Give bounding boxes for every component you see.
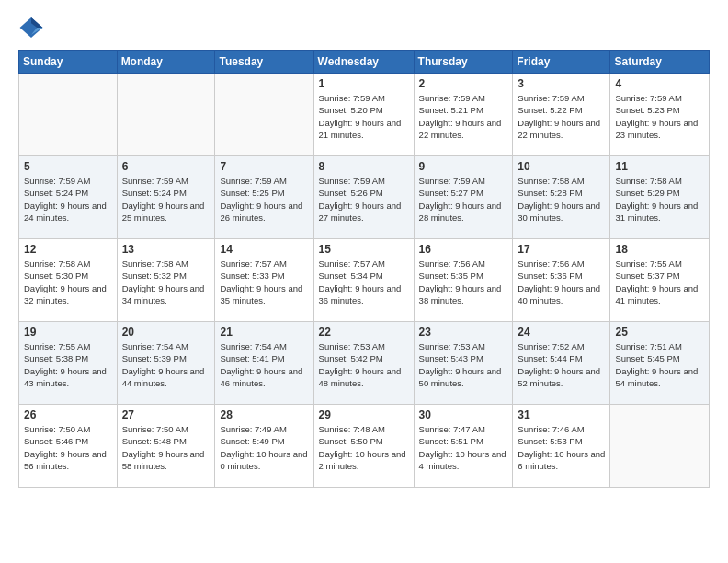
day-info: Sunrise: 7:53 AM Sunset: 5:43 PM Dayligh…: [419, 340, 508, 389]
column-header-sunday: Sunday: [19, 51, 118, 74]
day-cell: [117, 74, 215, 156]
day-number: 30: [419, 408, 508, 421]
column-header-tuesday: Tuesday: [215, 51, 313, 74]
day-number: 28: [220, 408, 308, 421]
day-number: 10: [518, 160, 605, 173]
day-number: 25: [615, 326, 704, 339]
day-number: 12: [24, 243, 112, 256]
day-number: 6: [122, 160, 210, 173]
column-header-thursday: Thursday: [414, 51, 513, 74]
day-cell: 22Sunrise: 7:53 AM Sunset: 5:42 PM Dayli…: [313, 322, 414, 405]
week-row-4: 19Sunrise: 7:55 AM Sunset: 5:38 PM Dayli…: [19, 322, 710, 405]
day-info: Sunrise: 7:50 AM Sunset: 5:46 PM Dayligh…: [24, 423, 112, 472]
day-cell: 12Sunrise: 7:58 AM Sunset: 5:30 PM Dayli…: [19, 239, 118, 322]
day-info: Sunrise: 7:48 AM Sunset: 5:50 PM Dayligh…: [319, 423, 409, 472]
day-number: 26: [24, 408, 112, 421]
day-cell: 17Sunrise: 7:56 AM Sunset: 5:36 PM Dayli…: [513, 239, 610, 322]
week-row-5: 26Sunrise: 7:50 AM Sunset: 5:46 PM Dayli…: [19, 405, 710, 488]
day-number: 8: [319, 160, 409, 173]
logo-icon: [18, 15, 44, 40]
day-info: Sunrise: 7:59 AM Sunset: 5:20 PM Dayligh…: [319, 92, 409, 141]
day-number: 11: [615, 160, 704, 173]
column-header-saturday: Saturday: [610, 51, 710, 74]
day-number: 4: [615, 77, 704, 90]
day-number: 7: [220, 160, 308, 173]
day-cell: [610, 405, 710, 488]
day-info: Sunrise: 7:49 AM Sunset: 5:49 PM Dayligh…: [220, 423, 308, 472]
day-cell: 10Sunrise: 7:58 AM Sunset: 5:28 PM Dayli…: [513, 156, 610, 239]
day-cell: 27Sunrise: 7:50 AM Sunset: 5:48 PM Dayli…: [117, 405, 215, 488]
day-number: 3: [518, 77, 605, 90]
day-info: Sunrise: 7:51 AM Sunset: 5:45 PM Dayligh…: [615, 340, 704, 389]
day-cell: 19Sunrise: 7:55 AM Sunset: 5:38 PM Dayli…: [19, 322, 118, 405]
day-cell: 25Sunrise: 7:51 AM Sunset: 5:45 PM Dayli…: [610, 322, 710, 405]
day-cell: 15Sunrise: 7:57 AM Sunset: 5:34 PM Dayli…: [313, 239, 414, 322]
day-cell: 5Sunrise: 7:59 AM Sunset: 5:24 PM Daylig…: [19, 156, 118, 239]
day-info: Sunrise: 7:55 AM Sunset: 5:38 PM Dayligh…: [24, 340, 112, 389]
day-cell: 14Sunrise: 7:57 AM Sunset: 5:33 PM Dayli…: [215, 239, 313, 322]
day-info: Sunrise: 7:59 AM Sunset: 5:22 PM Dayligh…: [518, 92, 605, 141]
week-row-2: 5Sunrise: 7:59 AM Sunset: 5:24 PM Daylig…: [19, 156, 710, 239]
day-cell: 4Sunrise: 7:59 AM Sunset: 5:23 PM Daylig…: [610, 74, 710, 156]
day-cell: 29Sunrise: 7:48 AM Sunset: 5:50 PM Dayli…: [313, 405, 414, 488]
day-info: Sunrise: 7:59 AM Sunset: 5:24 PM Dayligh…: [24, 175, 112, 224]
day-info: Sunrise: 7:58 AM Sunset: 5:29 PM Dayligh…: [615, 175, 704, 224]
logo: [18, 15, 48, 40]
column-header-wednesday: Wednesday: [313, 51, 414, 74]
day-cell: [215, 74, 313, 156]
day-number: 24: [518, 326, 605, 339]
day-number: 9: [419, 160, 508, 173]
day-cell: 21Sunrise: 7:54 AM Sunset: 5:41 PM Dayli…: [215, 322, 313, 405]
day-number: 20: [122, 326, 210, 339]
page: SundayMondayTuesdayWednesdayThursdayFrid…: [0, 0, 728, 502]
day-number: 21: [220, 326, 308, 339]
day-cell: 23Sunrise: 7:53 AM Sunset: 5:43 PM Dayli…: [414, 322, 513, 405]
column-header-monday: Monday: [117, 51, 215, 74]
day-number: 16: [419, 243, 508, 256]
calendar-table: SundayMondayTuesdayWednesdayThursdayFrid…: [18, 50, 710, 488]
day-cell: 18Sunrise: 7:55 AM Sunset: 5:37 PM Dayli…: [610, 239, 710, 322]
day-info: Sunrise: 7:58 AM Sunset: 5:30 PM Dayligh…: [24, 258, 112, 306]
day-info: Sunrise: 7:50 AM Sunset: 5:48 PM Dayligh…: [122, 423, 210, 472]
day-cell: 13Sunrise: 7:58 AM Sunset: 5:32 PM Dayli…: [117, 239, 215, 322]
day-number: 2: [419, 77, 508, 90]
day-info: Sunrise: 7:59 AM Sunset: 5:26 PM Dayligh…: [319, 175, 409, 224]
day-info: Sunrise: 7:59 AM Sunset: 5:21 PM Dayligh…: [419, 92, 508, 141]
day-cell: [19, 74, 118, 156]
day-info: Sunrise: 7:57 AM Sunset: 5:34 PM Dayligh…: [319, 258, 409, 306]
day-info: Sunrise: 7:59 AM Sunset: 5:27 PM Dayligh…: [419, 175, 508, 224]
day-number: 15: [319, 243, 409, 256]
column-header-friday: Friday: [513, 51, 610, 74]
day-info: Sunrise: 7:57 AM Sunset: 5:33 PM Dayligh…: [220, 258, 308, 306]
day-number: 5: [24, 160, 112, 173]
day-cell: 31Sunrise: 7:46 AM Sunset: 5:53 PM Dayli…: [513, 405, 610, 488]
day-info: Sunrise: 7:55 AM Sunset: 5:37 PM Dayligh…: [615, 258, 704, 306]
day-cell: 6Sunrise: 7:59 AM Sunset: 5:24 PM Daylig…: [117, 156, 215, 239]
day-cell: 7Sunrise: 7:59 AM Sunset: 5:25 PM Daylig…: [215, 156, 313, 239]
day-number: 1: [319, 77, 409, 90]
day-number: 18: [615, 243, 704, 256]
day-info: Sunrise: 7:56 AM Sunset: 5:35 PM Dayligh…: [419, 258, 508, 306]
day-number: 22: [319, 326, 409, 339]
day-info: Sunrise: 7:52 AM Sunset: 5:44 PM Dayligh…: [518, 340, 605, 389]
day-info: Sunrise: 7:59 AM Sunset: 5:23 PM Dayligh…: [615, 92, 704, 141]
day-cell: 11Sunrise: 7:58 AM Sunset: 5:29 PM Dayli…: [610, 156, 710, 239]
day-info: Sunrise: 7:59 AM Sunset: 5:24 PM Dayligh…: [122, 175, 210, 224]
day-cell: 28Sunrise: 7:49 AM Sunset: 5:49 PM Dayli…: [215, 405, 313, 488]
day-info: Sunrise: 7:54 AM Sunset: 5:41 PM Dayligh…: [220, 340, 308, 389]
day-info: Sunrise: 7:58 AM Sunset: 5:32 PM Dayligh…: [122, 258, 210, 306]
day-number: 13: [122, 243, 210, 256]
day-number: 29: [319, 408, 409, 421]
week-row-3: 12Sunrise: 7:58 AM Sunset: 5:30 PM Dayli…: [19, 239, 710, 322]
day-cell: 2Sunrise: 7:59 AM Sunset: 5:21 PM Daylig…: [414, 74, 513, 156]
calendar-header-row: SundayMondayTuesdayWednesdayThursdayFrid…: [19, 51, 710, 74]
day-number: 27: [122, 408, 210, 421]
day-cell: 20Sunrise: 7:54 AM Sunset: 5:39 PM Dayli…: [117, 322, 215, 405]
day-number: 23: [419, 326, 508, 339]
day-cell: 16Sunrise: 7:56 AM Sunset: 5:35 PM Dayli…: [414, 239, 513, 322]
day-cell: 3Sunrise: 7:59 AM Sunset: 5:22 PM Daylig…: [513, 74, 610, 156]
day-info: Sunrise: 7:53 AM Sunset: 5:42 PM Dayligh…: [319, 340, 409, 389]
day-number: 14: [220, 243, 308, 256]
day-info: Sunrise: 7:54 AM Sunset: 5:39 PM Dayligh…: [122, 340, 210, 389]
day-number: 31: [518, 408, 605, 421]
